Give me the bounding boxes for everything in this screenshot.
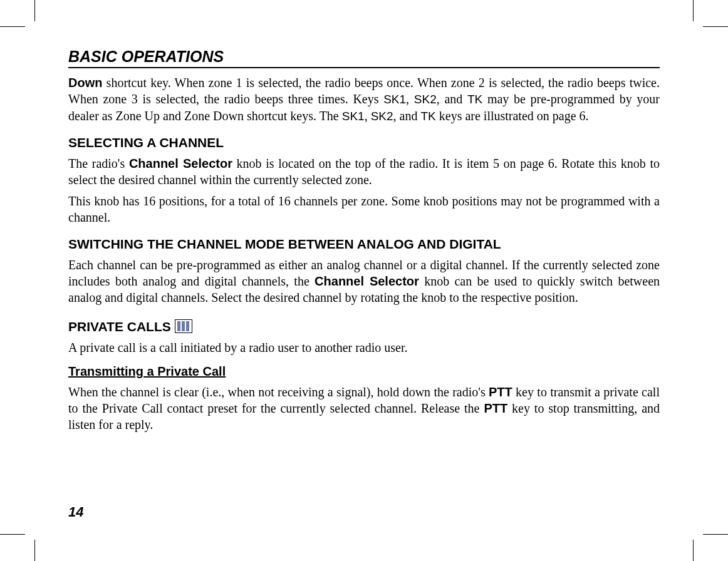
body-paragraph: Each channel can be pre-programmed as ei…: [68, 257, 660, 306]
key-sk1: SK1: [342, 110, 365, 123]
body-paragraph: The radio's Channel Selector knob is loc…: [68, 155, 660, 188]
channel-selector-label: Channel Selector: [315, 274, 419, 288]
crop-mark: [34, 540, 35, 561]
text: When the channel is clear (i.e., when no…: [68, 385, 489, 399]
key-sk2: SK2: [371, 110, 393, 123]
ptt-key-label: PTT: [484, 401, 507, 415]
page-number: 14: [68, 504, 83, 520]
body-paragraph: This knob has 16 positions, for a total …: [68, 193, 660, 225]
intro-paragraph: Down shortcut key. When zone 1 is select…: [68, 75, 660, 124]
section-heading-private-calls: PRIVATE CALLS: [68, 319, 171, 334]
page-content: BASIC OPERATIONS Down shortcut key. When…: [68, 48, 660, 438]
crop-mark: [703, 534, 728, 535]
section-heading-selecting-channel: SELECTING A CHANNEL: [68, 135, 660, 150]
crop-mark: [34, 0, 35, 21]
ptt-key-label: PTT: [489, 385, 512, 399]
crop-mark: [0, 26, 25, 27]
key-tk: TK: [420, 110, 435, 123]
crop-mark: [693, 0, 694, 21]
key-sk1: SK1: [383, 93, 406, 106]
page-title: BASIC OPERATIONS: [68, 48, 660, 68]
svg-rect-2: [182, 321, 185, 331]
text: ,: [406, 92, 414, 106]
crop-mark: [693, 540, 694, 561]
subsection-heading-transmitting: Transmitting a Private Call: [68, 364, 660, 379]
body-paragraph: When the channel is clear (i.e., when no…: [68, 384, 660, 433]
text: keys are illustrated on page 6.: [436, 109, 589, 123]
channel-selector-label: Channel Selector: [129, 157, 232, 170]
body-paragraph: A private call is a call initiated by a …: [68, 339, 660, 356]
zone-down-label: Down: [68, 76, 102, 90]
text: , and: [437, 92, 467, 106]
crop-mark: [703, 26, 728, 27]
svg-rect-1: [177, 321, 180, 331]
text: The radio's: [68, 157, 129, 170]
private-call-icon: [175, 319, 192, 336]
section-heading-switching-mode: SWITCHING THE CHANNEL MODE BETWEEN ANALO…: [68, 237, 660, 252]
key-sk2: SK2: [414, 93, 437, 106]
text: ,: [365, 109, 371, 123]
key-tk: TK: [467, 93, 482, 106]
crop-mark: [0, 534, 25, 535]
svg-rect-3: [186, 321, 189, 331]
text: , and: [393, 109, 421, 123]
